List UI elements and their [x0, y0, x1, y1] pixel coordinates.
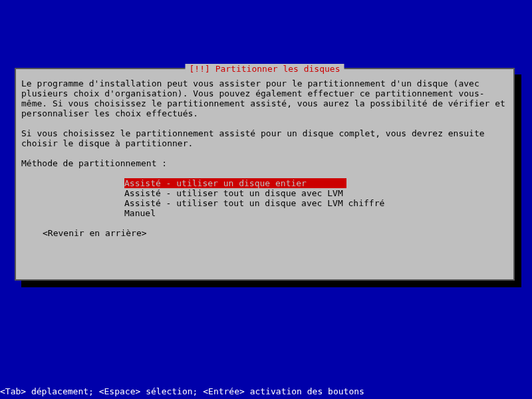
menu-item-guided-lvm-encrypted[interactable]: Assisté - utiliser tout un disque avec L…: [124, 198, 384, 208]
partition-dialog: [!!] Partitionner les disques Le program…: [15, 68, 515, 281]
partition-method-menu: Assisté - utiliser un disque entier Assi…: [124, 178, 508, 218]
footer-help-text: <Tab> déplacement; <Espace> sélection; <…: [0, 386, 364, 396]
menu-item-manual[interactable]: Manuel: [124, 208, 156, 218]
description-paragraph-2: Si vous choisissez le partitionnement as…: [21, 128, 508, 148]
menu-item-guided-lvm[interactable]: Assisté - utiliser tout un disque avec L…: [124, 188, 343, 198]
dialog-content: Le programme d'installation peut vous as…: [16, 69, 513, 238]
go-back-button[interactable]: <Revenir en arrière>: [43, 228, 508, 238]
description-paragraph-1: Le programme d'installation peut vous as…: [21, 78, 508, 118]
method-prompt: Méthode de partitionnement :: [21, 158, 508, 168]
dialog-title: [!!] Partitionner les disques: [186, 64, 344, 74]
menu-item-guided-whole-disk[interactable]: Assisté - utiliser un disque entier: [124, 178, 346, 188]
